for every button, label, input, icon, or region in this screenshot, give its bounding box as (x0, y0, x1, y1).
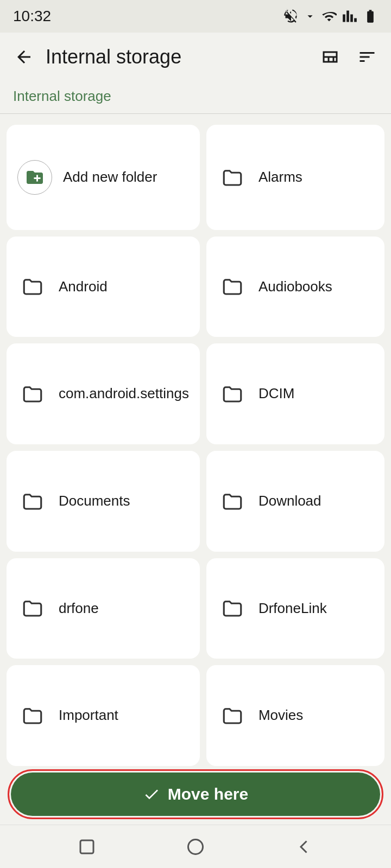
folder-label-add-new-folder: Add new folder (63, 168, 157, 187)
status-time: 10:32 (13, 8, 51, 25)
folder-icon-android (17, 271, 48, 302)
folder-icon-drfonelink (217, 593, 248, 623)
folder-label-important: Important (59, 706, 118, 725)
folder-item-important[interactable]: Important (7, 665, 200, 766)
folder-icon-documents (17, 486, 48, 516)
folder-label-dcim: DCIM (258, 385, 294, 403)
folder-item-download[interactable]: Download (206, 451, 384, 552)
folder-icon-alarms (217, 162, 248, 193)
folder-label-audiobooks: Audiobooks (258, 278, 332, 296)
folder-item-drfone[interactable]: drfone (7, 558, 200, 659)
status-icons (283, 9, 378, 24)
folder-item-add-new-folder[interactable]: Add new folder (7, 125, 200, 230)
sort-button[interactable] (354, 44, 380, 70)
folder-label-download: Download (258, 492, 321, 510)
mute-icon (283, 9, 299, 24)
recent-apps-button[interactable] (71, 831, 103, 863)
folder-item-drfonelink[interactable]: DrfoneLink (206, 558, 384, 659)
nav-bar (0, 825, 391, 868)
folder-item-com-android-settings[interactable]: com.android.settings (7, 343, 200, 444)
home-button[interactable] (179, 831, 212, 863)
folder-label-documents: Documents (59, 492, 130, 510)
folder-item-documents[interactable]: Documents (7, 451, 200, 552)
folder-label-drfone: drfone (59, 599, 99, 618)
folder-item-android[interactable]: Android (7, 237, 200, 337)
back-nav-button[interactable] (288, 831, 320, 863)
back-button[interactable] (11, 44, 37, 70)
wifi-icon (321, 9, 337, 24)
svg-rect-0 (80, 840, 93, 853)
svg-point-1 (188, 839, 203, 854)
folder-icon-com-android-settings (17, 379, 48, 409)
folder-icon-drfone (17, 593, 48, 623)
signal-icon (342, 9, 357, 24)
page-title: Internal storage (46, 46, 308, 68)
folder-icon-dcim (217, 379, 248, 409)
folder-label-drfonelink: DrfoneLink (258, 599, 327, 618)
folder-label-com-android-settings: com.android.settings (59, 385, 189, 403)
folder-item-audiobooks[interactable]: Audiobooks (206, 237, 384, 337)
grid-view-button[interactable] (317, 44, 343, 70)
battery-icon (363, 9, 378, 24)
folder-icon-audiobooks (217, 271, 248, 302)
move-here-label: Move here (168, 785, 248, 803)
folder-item-alarms[interactable]: Alarms (206, 125, 384, 230)
app-bar-actions (317, 44, 380, 70)
folder-icon-important (17, 700, 48, 731)
status-bar: 10:32 (0, 0, 391, 33)
app-bar: Internal storage (0, 33, 391, 81)
folder-item-movies[interactable]: Movies (206, 665, 384, 766)
folder-label-movies: Movies (258, 706, 303, 725)
breadcrumb: Internal storage (13, 88, 111, 104)
folder-label-android: Android (59, 278, 108, 296)
move-here-button[interactable]: Move here (11, 773, 380, 816)
breadcrumb-section: Internal storage (0, 81, 391, 113)
add-folder-icon (17, 160, 52, 195)
folder-icon-download (217, 486, 248, 516)
folder-label-alarms: Alarms (258, 168, 302, 187)
bottom-bar: Move here (0, 766, 391, 825)
folder-item-dcim[interactable]: DCIM (206, 343, 384, 444)
check-icon (143, 786, 160, 803)
folder-grid: Add new folder Alarms Android (0, 118, 391, 766)
folder-icon-movies (217, 700, 248, 731)
divider (0, 113, 391, 114)
dropdown-icon (304, 10, 316, 22)
